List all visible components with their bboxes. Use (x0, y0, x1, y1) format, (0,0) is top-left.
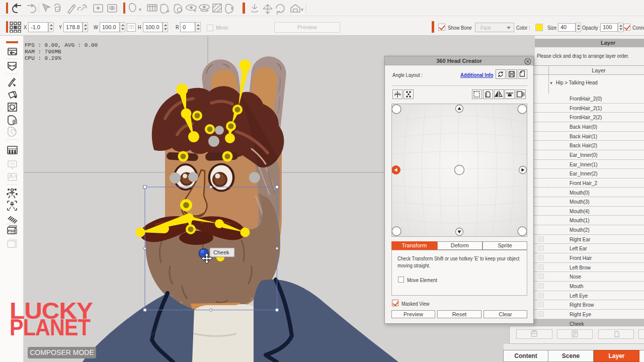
svg-text:PSD: PSD (8, 229, 15, 233)
svg-text:Cheek: Cheek (213, 249, 229, 255)
